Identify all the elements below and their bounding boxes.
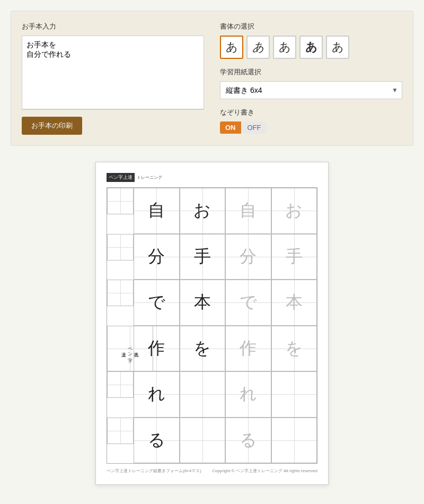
font-option-1[interactable]: あ (220, 36, 243, 59)
doc-header: ペン字上達 トレーニング (107, 173, 317, 182)
char-cell-empty (180, 371, 226, 418)
font-option-3[interactable]: あ (273, 36, 296, 59)
paper-select-wrapper: 縦書き 6x4 縦書き 4x4 横書き 6x4 ▼ (220, 81, 402, 99)
char-cell: 本 (271, 280, 317, 326)
char-cell: で (225, 280, 271, 326)
char-cell: れ (225, 371, 271, 418)
font-option-2[interactable]: あ (246, 36, 270, 59)
footer-right: Copyright © ペン字上達トレーニング All rights reser… (212, 468, 317, 474)
char-cell: で (134, 280, 180, 326)
paper-select[interactable]: 縦書き 6x4 縦書き 4x4 横書き 6x4 (220, 81, 402, 99)
char-cell: 分 (225, 234, 271, 280)
char-cell-empty (271, 371, 317, 418)
font-option-4[interactable]: あ (299, 36, 323, 59)
label-cell-4 (107, 371, 134, 398)
toggle-section: ON OFF (220, 121, 402, 134)
trace-label: なぞり書き (220, 108, 402, 117)
char-cell: お (271, 188, 317, 234)
print-button[interactable]: お手本の印刷 (22, 117, 82, 135)
char-cell: 自 (225, 188, 271, 234)
char-cell-empty (180, 418, 226, 464)
toggle-on-button[interactable]: ON (220, 121, 241, 134)
text-input[interactable]: お手本を 自分で作れる (22, 36, 204, 110)
writing-grid: 自 お 自 お 分 手 分 手 で 本 で 本 氏名ペン字上達 作 を 作 を (107, 187, 317, 464)
control-panel: お手本入力 お手本を 自分で作れる お手本の印刷 書体の選択 あ あ あ あ あ… (11, 11, 413, 146)
char-cell: 手 (180, 234, 226, 280)
preview-wrapper: ペン字上達 トレーニング 自 お 自 お 分 手 分 手 で 本 で 本 氏名ペ… (11, 162, 413, 485)
char-cell: 作 (225, 326, 271, 372)
preview-doc: ペン字上達 トレーニング 自 お 自 お 分 手 分 手 で 本 で 本 氏名ペ… (95, 162, 329, 485)
label-cell-2 (107, 280, 134, 306)
doc-logo: ペン字上達 (107, 173, 135, 182)
input-label: お手本入力 (22, 22, 204, 31)
char-cell: 分 (134, 234, 180, 280)
doc-logo-text: トレーニング (137, 175, 162, 180)
char-cell: 作 (134, 326, 180, 372)
char-cell: を (271, 326, 317, 372)
font-options: あ あ あ あ あ (220, 36, 402, 59)
char-cell: お (180, 188, 226, 234)
char-cell: 本 (180, 280, 226, 326)
label-cell-5 (107, 418, 134, 444)
doc-footer: ペン字上達トレーニング縦書きフォーム(6×4マス) Copyright © ペン… (107, 468, 317, 474)
font-label: 書体の選択 (220, 22, 402, 31)
footer-left: ペン字上達トレーニング縦書きフォーム(6×4マス) (107, 468, 201, 474)
paper-label: 学習用紙選択 (220, 67, 402, 77)
left-section: お手本入力 お手本を 自分で作れる お手本の印刷 (22, 22, 204, 135)
right-section: 書体の選択 あ あ あ あ あ 学習用紙選択 縦書き 6x4 縦書き 4x4 横… (220, 22, 402, 135)
char-cell: る (225, 418, 271, 464)
char-cell: る (134, 418, 180, 464)
font-option-5[interactable]: あ (326, 36, 349, 59)
char-cell: 手 (271, 234, 317, 280)
label-cell-0 (107, 188, 134, 214)
char-cell: れ (134, 371, 180, 418)
label-cell-1 (107, 234, 134, 260)
toggle-off-button[interactable]: OFF (242, 121, 267, 134)
char-cell-empty (271, 418, 317, 464)
char-cell: 自 (134, 188, 180, 234)
char-cell: を (180, 326, 226, 372)
